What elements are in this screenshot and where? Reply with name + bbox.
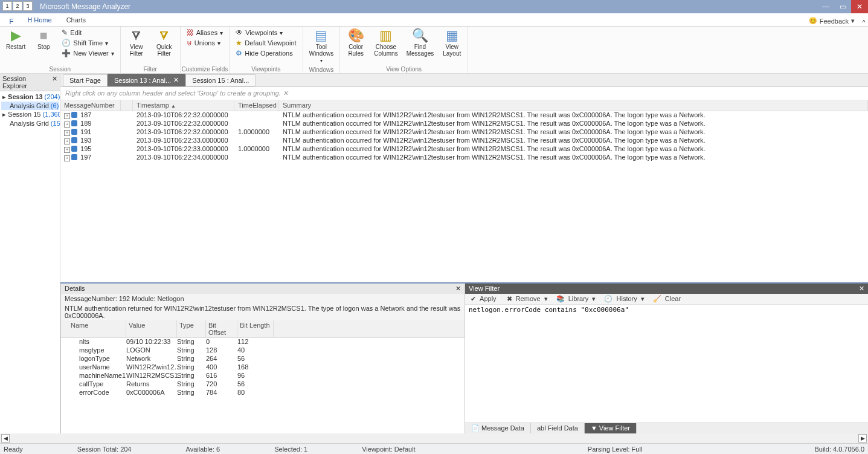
quick-funnel-icon: ⛛ [158,29,171,42]
restore-button[interactable]: ▭ [834,0,851,13]
col-messagenumber[interactable]: MessageNumber [60,100,121,111]
table-row[interactable]: + 1872013-09-10T06:22:32.0000000NTLM aut… [60,111,868,120]
ribbon: ▶Restart ■Stop ✎Edit 🕘Shift Time ▾ ➕New … [0,27,868,74]
details-grid-body[interactable]: nlts09/10 10:22:33String0112msgtypeLOGON… [61,338,465,397]
dcol-name[interactable]: Name [68,320,126,337]
ribbon-group-windows: ▤Tool Windows▾ Windows [303,27,341,73]
table-row[interactable]: + 1892013-09-10T06:22:32.0000000NTLM aut… [60,120,868,128]
shift-time-button[interactable]: 🕘Shift Time ▾ [59,38,117,48]
qat-2[interactable]: 2 [13,1,22,11]
pencil-icon: ✎ [62,28,68,37]
close-button[interactable]: ✕ [851,0,868,13]
quick-filter-button[interactable]: ⛛Quick Filter [152,28,176,58]
tab-home[interactable]: H Home [21,14,59,26]
ribbon-group-viewpoints: 👁Viewpoints ▾ ★Default Viewpoint ⚙Hide O… [230,27,303,73]
details-row[interactable]: nlts09/10 10:22:33String0112 [61,338,465,346]
minimize-button[interactable]: — [817,0,834,13]
grid-header[interactable]: MessageNumber Timestamp ▲ TimeElapsed Su… [60,100,868,111]
table-row[interactable]: + 1912013-09-10T06:22:32.00000001.000000… [60,128,868,137]
tab-field-data[interactable]: abl Field Data [531,423,585,433]
funnel-icon: ⛛ [130,29,143,42]
close-icon[interactable]: ✕ [859,285,864,293]
tree-node[interactable]: Analysis Grid (6) [1,102,59,110]
details-panel: Details✕ MessageNumber: 192 Module: Netl… [60,284,465,433]
viewpoints-button[interactable]: 👁Viewpoints ▾ [233,28,298,37]
find-messages-button[interactable]: 🔍Find Messages [404,28,437,58]
close-icon[interactable]: ✕ [173,76,179,84]
tool-windows-button[interactable]: ▤Tool Windows▾ [307,28,336,65]
session-explorer-tree[interactable]: ▸ Session 13 (204)Analysis Grid (6)▸ Ses… [0,91,60,433]
quick-access-toolbar: 1 2 3 [2,1,33,11]
scroll-left-icon[interactable]: ◀ [1,434,10,443]
doc-tab[interactable]: Session 15 : Anal... [185,74,256,86]
qat-3[interactable]: 3 [23,1,33,11]
aliases-button[interactable]: ⛓Aliases ▾ [184,28,225,37]
default-viewpoint-button[interactable]: ★Default Viewpoint [233,38,298,48]
app-title: Microsoft Message Analyzer [4,2,817,11]
dcol-value[interactable]: Value [126,320,177,337]
tab-charts[interactable]: Charts [59,14,93,26]
tree-node[interactable]: Analysis Grid (15) [1,119,59,128]
doc-tab[interactable]: Start Page [63,74,108,86]
horizontal-scrollbar[interactable]: ◀ ▶ [0,433,868,443]
apply-button[interactable]: ✔ Apply [469,295,500,303]
col-summary[interactable]: Summary [279,100,868,111]
plus-icon: ➕ [62,49,71,57]
clear-button[interactable]: 🧹 Clear [651,295,684,303]
dcol-bitoffset[interactable]: Bit Offset [206,320,237,337]
edit-button[interactable]: ✎Edit [59,28,117,37]
new-viewer-button[interactable]: ➕New Viewer ▾ [59,48,117,58]
grouping-hint: Right click on any column header and sel… [60,87,868,100]
ribbon-tabs: F H Home Charts 😊 Feedback ▾ ^ [0,13,868,27]
details-row[interactable]: callTypeReturnsString72056 [61,380,465,389]
view-filter-panel: View Filter✕ ✔ Apply ✖ Remove ▾ 📚 Librar… [465,284,868,433]
col-timeelapsed[interactable]: TimeElapsed [234,100,279,111]
tab-message-data[interactable]: 📄 Message Data [465,423,531,433]
history-button[interactable]: 🕘 History ▾ [602,295,646,303]
close-hint-icon[interactable]: ✕ [283,89,288,97]
scroll-right-icon[interactable]: ▶ [858,434,867,443]
window-controls: — ▭ ✕ [817,0,868,13]
tree-node[interactable]: ▸ Session 13 (204) [1,92,59,102]
grid-body[interactable]: + 1872013-09-10T06:22:32.0000000NTLM aut… [60,111,868,282]
feedback-button[interactable]: 😊 Feedback ▾ [804,16,860,26]
table-row[interactable]: + 1972013-09-10T06:22:34.0000000NTLM aut… [60,154,868,162]
dcol-bitlength[interactable]: Bit Length [237,320,274,337]
view-filter-button[interactable]: ⛛View Filter [124,28,149,58]
col-flag[interactable] [121,100,133,111]
view-layout-button[interactable]: ▦View Layout [440,28,464,58]
status-session-total: Session Total: 204 [77,446,132,453]
details-row[interactable]: machineName1WIN12R2MSCS1String61696 [61,372,465,380]
tree-node[interactable]: ▸ Session 15 (1,360) [1,110,59,119]
doc-tab[interactable]: Session 13 : Anal... ✕ [108,74,185,86]
details-row[interactable]: userNameWIN12R2\win12…String400168 [61,363,465,372]
tab-view-filter[interactable]: ▼ View Filter [585,423,637,433]
hide-operations-button[interactable]: ⚙Hide Operations [233,48,298,58]
choose-columns-button[interactable]: ▥Choose Columns [371,28,400,58]
table-row[interactable]: + 1932013-09-10T06:22:33.0000000NTLM aut… [60,137,868,145]
color-rules-button[interactable]: 🎨Color Rules [344,28,368,58]
document-tabs: Start PageSession 13 : Anal... ✕Session … [60,74,868,87]
ribbon-collapse-icon[interactable]: ^ [860,19,868,26]
close-icon[interactable]: ✕ [52,75,57,89]
stop-button[interactable]: ■Stop [31,28,56,51]
details-row[interactable]: errorCode0xC000006AString78480 [61,389,465,397]
unions-button[interactable]: ⊎Unions ▾ [184,38,225,48]
restart-button[interactable]: ▶Restart [4,28,28,51]
filter-text-input[interactable] [469,306,864,397]
dcol-type[interactable]: Type [177,320,206,337]
sort-asc-icon: ▲ [171,103,176,109]
star-icon: ★ [236,39,242,47]
table-row[interactable]: + 1952013-09-10T06:22:33.00000001.000000… [60,145,868,154]
details-row[interactable]: logonTypeNetworkString26456 [61,355,465,363]
library-button[interactable]: 📚 Library ▾ [555,295,598,303]
details-row[interactable]: msgtypeLOGONString12840 [61,346,465,355]
palette-icon: 🎨 [348,29,364,42]
col-timestamp[interactable]: Timestamp ▲ [133,100,234,111]
qat-1[interactable]: 1 [2,1,12,11]
group-label-filter: Filter [121,65,180,73]
play-icon: ▶ [11,29,21,42]
file-tab-marker[interactable]: F [2,18,21,26]
close-icon[interactable]: ✕ [455,285,461,293]
remove-button[interactable]: ✖ Remove ▾ [505,295,550,303]
